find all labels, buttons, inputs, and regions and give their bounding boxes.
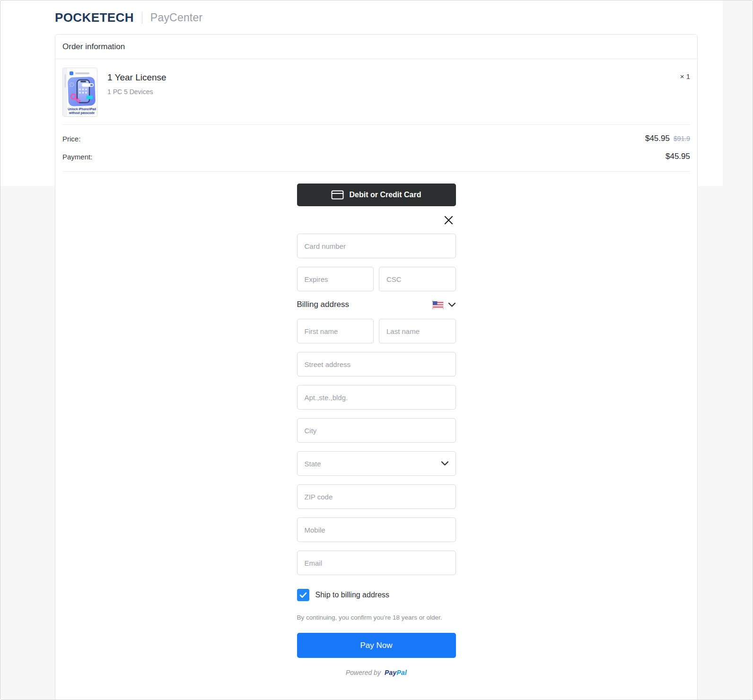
brand-divider bbox=[142, 12, 142, 24]
card-number-input[interactable] bbox=[297, 234, 456, 258]
product-info: 1 Year License 1 PC 5 Devices bbox=[107, 68, 166, 96]
product-name: 1 Year License bbox=[107, 72, 166, 83]
apt-suite-input[interactable] bbox=[297, 385, 456, 410]
debit-credit-card-button-label: Debit or Credit Card bbox=[349, 191, 421, 199]
payment-form: Debit or Credit Card Billing address bbox=[297, 184, 456, 676]
payment-label: Payment: bbox=[62, 153, 92, 161]
brand-logo: POCKETECH bbox=[55, 10, 134, 25]
order-card: Order information bbox=[55, 34, 698, 700]
powered-by-text: Powered by bbox=[346, 669, 381, 676]
chevron-down-icon bbox=[448, 302, 456, 307]
billing-title: Billing address bbox=[297, 300, 350, 309]
payment-value: $45.95 bbox=[665, 152, 690, 161]
debit-credit-card-button[interactable]: Debit or Credit Card bbox=[297, 184, 456, 206]
state-input[interactable] bbox=[297, 451, 456, 476]
paypal-logo: PayPal bbox=[383, 669, 407, 676]
product-row: Unlock iPhone/iPad without passcode 1 Ye… bbox=[55, 59, 697, 124]
first-name-input[interactable] bbox=[297, 319, 374, 343]
powered-by-paypal: Powered by PayPal bbox=[297, 669, 456, 676]
state-select[interactable] bbox=[297, 451, 456, 476]
ship-to-billing-label: Ship to billing address bbox=[315, 591, 390, 599]
price-row: Price: $45.95 $91.9 bbox=[55, 130, 697, 148]
product-box-image: Unlock iPhone/iPad without passcode bbox=[62, 68, 97, 119]
credit-card-icon bbox=[331, 190, 344, 200]
billing-header: Billing address bbox=[297, 300, 456, 309]
app-title: PayCenter bbox=[150, 11, 202, 24]
expires-input[interactable] bbox=[297, 267, 374, 291]
page: POCKETECH PayCenter Order information bbox=[0, 0, 753, 700]
ship-to-billing-checkbox[interactable] bbox=[297, 589, 309, 601]
ship-to-billing-row[interactable]: Ship to billing address bbox=[297, 589, 456, 601]
close-row bbox=[297, 214, 455, 226]
us-flag-icon bbox=[432, 301, 444, 309]
city-input[interactable] bbox=[297, 418, 456, 443]
country-selector[interactable] bbox=[432, 301, 456, 309]
age-confirmation-note: By continuing, you confirm you’re 18 yea… bbox=[297, 614, 456, 621]
page-background-right bbox=[723, 0, 753, 700]
order-section-title: Order information bbox=[55, 35, 697, 59]
pay-now-button[interactable]: Pay Now bbox=[297, 633, 456, 658]
csc-input[interactable] bbox=[379, 267, 456, 291]
payment-row: Payment: $45.95 bbox=[55, 148, 697, 166]
price-original: $91.9 bbox=[674, 135, 690, 142]
amounts-section: Price: $45.95 $91.9 Payment: $45.95 bbox=[55, 125, 697, 171]
product-spec: 1 PC 5 Devices bbox=[107, 88, 166, 96]
price-current: $45.95 bbox=[645, 134, 670, 143]
mobile-input[interactable] bbox=[297, 517, 456, 542]
zip-code-input[interactable] bbox=[297, 484, 456, 509]
price-label: Price: bbox=[62, 135, 80, 143]
close-icon[interactable] bbox=[443, 214, 455, 226]
last-name-input[interactable] bbox=[379, 319, 456, 343]
street-address-input[interactable] bbox=[297, 352, 456, 376]
box-art-caption-2: without passcode bbox=[69, 111, 95, 115]
box-art-caption-1: Unlock iPhone/iPad bbox=[68, 107, 96, 111]
top-brand-bar: POCKETECH PayCenter bbox=[55, 10, 202, 25]
product-quantity: × 1 bbox=[680, 68, 690, 80]
email-input[interactable] bbox=[297, 551, 456, 575]
pay-now-button-label: Pay Now bbox=[360, 641, 392, 650]
divider bbox=[62, 171, 690, 172]
